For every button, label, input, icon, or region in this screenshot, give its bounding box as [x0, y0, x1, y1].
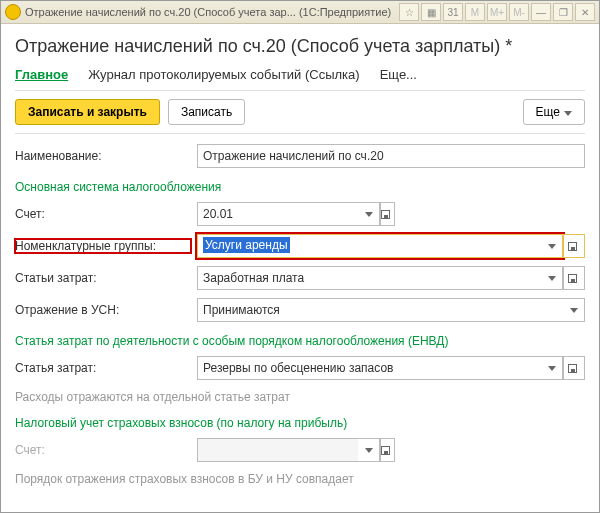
titlebar: Отражение начислений по сч.20 (Способ уч…: [1, 1, 599, 24]
page-title: Отражение начислений по сч.20 (Способ уч…: [15, 36, 585, 57]
row-cost-item2: Статья затрат:: [15, 356, 585, 380]
row-account2: Счет:: [15, 438, 585, 462]
row-usn: Отражение в УСН:: [15, 298, 585, 322]
close-button[interactable]: ✕: [575, 3, 595, 21]
account2-field: [197, 438, 380, 462]
more-button[interactable]: Еще: [523, 99, 585, 125]
usn-dropdown-button[interactable]: [563, 298, 585, 322]
label-account: Счет:: [15, 207, 191, 221]
account2-dropdown-button: [358, 438, 380, 462]
account2-open-button: [380, 438, 395, 462]
account-input[interactable]: [197, 202, 358, 226]
write-button[interactable]: Записать: [168, 99, 245, 125]
cost-items-open-button[interactable]: [563, 266, 585, 290]
content-area: Отражение начислений по сч.20 (Способ уч…: [1, 24, 599, 512]
cost-items-field: [197, 266, 563, 290]
usn-field: [197, 298, 585, 322]
cost-item2-dropdown-button[interactable]: [541, 356, 563, 380]
account-dropdown-button[interactable]: [358, 202, 380, 226]
section-tax: Основная система налогообложения: [15, 180, 585, 194]
name-input[interactable]: [197, 144, 585, 168]
form: Наименование: Основная система налогообл…: [15, 144, 585, 486]
tab-main[interactable]: Главное: [15, 67, 68, 82]
more-button-label: Еще: [536, 105, 560, 119]
section-envd: Статья затрат по деятельности с особым п…: [15, 334, 585, 348]
minimize-button[interactable]: —: [531, 3, 551, 21]
write-close-button[interactable]: Записать и закрыть: [15, 99, 160, 125]
app-icon: [5, 4, 21, 20]
cost-items-dropdown-button[interactable]: [541, 266, 563, 290]
section-insurance: Налоговый учет страховых взносов (по нал…: [15, 416, 585, 430]
nomgroups-dropdown-button[interactable]: [541, 234, 563, 258]
nomgroups-input[interactable]: Услуги аренды: [197, 234, 541, 258]
maximize-button[interactable]: ❐: [553, 3, 573, 21]
label-cost-item2: Статья затрат:: [15, 361, 191, 375]
command-bar: Записать и закрыть Записать Еще: [15, 90, 585, 134]
account-field: [197, 202, 380, 226]
cost-item2-input[interactable]: [197, 356, 541, 380]
nomgroups-field: Услуги аренды: [197, 234, 563, 258]
tabs-more[interactable]: Еще...: [380, 67, 417, 82]
row-account: Счет:: [15, 202, 585, 226]
chevron-down-icon: [564, 105, 572, 119]
cost-items-input[interactable]: [197, 266, 541, 290]
usn-input[interactable]: [197, 298, 563, 322]
calculator-icon[interactable]: ▦: [421, 3, 441, 21]
nomgroups-open-button[interactable]: [563, 234, 585, 258]
row-name: Наименование:: [15, 144, 585, 168]
hint-envd: Расходы отражаются на отдельной статье з…: [15, 390, 585, 404]
cost-item2-field: [197, 356, 563, 380]
window-title: Отражение начислений по сч.20 (Способ уч…: [25, 6, 399, 18]
titlebar-buttons: ☆ ▦ 31 M M+ M- — ❐ ✕: [399, 3, 595, 21]
cost-item2-open-button[interactable]: [563, 356, 585, 380]
calendar-icon[interactable]: 31: [443, 3, 463, 21]
account2-input: [197, 438, 358, 462]
nomgroups-value: Услуги аренды: [203, 237, 290, 253]
account-open-button[interactable]: [380, 202, 395, 226]
label-nomgroups: Номенклатурные группы:: [15, 239, 191, 253]
tab-bar: Главное Журнал протоколируемых событий (…: [15, 67, 585, 82]
label-name: Наименование:: [15, 149, 191, 163]
label-account2: Счет:: [15, 443, 191, 457]
label-usn: Отражение в УСН:: [15, 303, 191, 317]
m-plus-button[interactable]: M+: [487, 3, 507, 21]
favorite-icon[interactable]: ☆: [399, 3, 419, 21]
label-cost-items: Статьи затрат:: [15, 271, 191, 285]
row-cost-items: Статьи затрат:: [15, 266, 585, 290]
hint-insurance: Порядок отражения страховых взносов в БУ…: [15, 472, 585, 486]
m-minus-button[interactable]: M-: [509, 3, 529, 21]
app-window: Отражение начислений по сч.20 (Способ уч…: [0, 0, 600, 513]
tab-journal[interactable]: Журнал протоколируемых событий (Ссылка): [88, 67, 359, 82]
row-nomgroups: Номенклатурные группы: Услуги аренды: [15, 234, 585, 258]
m-button[interactable]: M: [465, 3, 485, 21]
